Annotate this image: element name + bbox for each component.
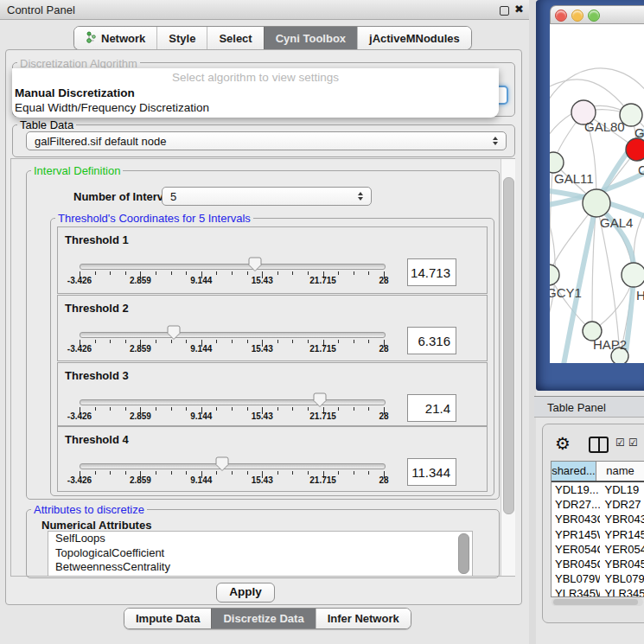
column-header-shared-name[interactable]: shared... <box>552 462 596 481</box>
table-row[interactable]: YBR043CYBR043C <box>552 512 644 526</box>
slider-tick <box>110 407 111 411</box>
network-node-label: GAL80 <box>584 119 625 134</box>
slider-tick <box>186 340 187 343</box>
slider-tick <box>125 340 126 343</box>
tab-cyni-toolbox-label: Cyni Toolbox <box>276 32 346 45</box>
tab-discretize-data[interactable]: Discretize Data <box>211 609 315 628</box>
panel-divider[interactable] <box>529 0 536 644</box>
slider-tick <box>292 271 293 275</box>
tab-network-label: Network <box>101 32 145 45</box>
tab-style[interactable]: Style <box>156 27 207 49</box>
table-row[interactable]: YLR345WYLR345W <box>552 586 644 597</box>
tab-jactivemnodules[interactable]: jActiveMNodules <box>357 27 471 49</box>
threshold-3-label: Threshold 3 <box>65 369 129 382</box>
network-node[interactable] <box>622 263 644 287</box>
tab-select-label: Select <box>219 32 252 45</box>
network-canvas[interactable]: GAL80GACGAL11GAL4GCY1HHAP2 <box>550 24 644 363</box>
horizontal-scrollbar-thumb[interactable] <box>553 599 638 605</box>
network-node-label: C <box>638 163 644 177</box>
network-node-label: H <box>636 288 644 303</box>
horizontal-scrollbar[interactable] <box>552 598 643 606</box>
vertical-scrollbar-thumb[interactable] <box>503 177 514 514</box>
slider-thumb[interactable] <box>215 456 229 475</box>
slider-track[interactable] <box>80 399 386 405</box>
slider-thumb[interactable] <box>248 257 262 276</box>
slider-tick <box>156 271 156 275</box>
dropdown-item-equal-width-frequency[interactable]: Equal Width/Frequency Discretization <box>12 100 499 115</box>
threshold-1-value-field[interactable]: 14.713 <box>407 258 456 286</box>
table-row[interactable]: YBR045CYBR045C <box>552 557 644 571</box>
tab-infer-network[interactable]: Infer Network <box>316 609 411 628</box>
gear-icon[interactable]: ⚙ <box>555 433 571 454</box>
slider-tick-label: -3.426 <box>67 276 92 285</box>
network-graph[interactable]: GAL80GACGAL11GAL4GCY1HHAP2 <box>550 24 644 363</box>
algorithm-dropdown-popup: Select algorithm to view settings Manual… <box>12 68 499 118</box>
table-row[interactable]: YDL19...YDL19 <box>552 482 644 497</box>
slider-tick <box>186 471 187 475</box>
apply-button[interactable]: Apply <box>216 583 275 603</box>
zoom-traffic-light[interactable] <box>588 10 600 22</box>
tab-select[interactable]: Select <box>207 27 263 49</box>
minimize-traffic-light[interactable] <box>571 10 583 22</box>
slider-tick <box>232 471 233 475</box>
column-chooser-icon[interactable] <box>589 437 609 453</box>
threshold-3-value-field[interactable]: 21.4 <box>407 394 456 422</box>
table-row[interactable]: YDR27...YDR27 <box>552 497 644 512</box>
slider-tick-label: 28 <box>379 411 388 421</box>
table-row[interactable]: YPR145WYPR145W <box>552 527 644 542</box>
attribute-list-item[interactable]: TopologicalCoefficient <box>48 546 472 561</box>
slider-tick <box>232 340 233 343</box>
slider-track[interactable] <box>80 332 386 338</box>
slider-tick <box>216 271 217 275</box>
cell-shared-name: YLR345W <box>552 587 600 597</box>
slider-thumb[interactable] <box>167 325 181 344</box>
slider-tick <box>247 407 248 411</box>
checkbox-icon-1[interactable]: ☑ <box>615 437 625 449</box>
threshold-1-label: Threshold 1 <box>65 233 129 246</box>
numerical-attributes-label: Numerical Attributes <box>41 519 151 532</box>
float-window-icon[interactable] <box>500 6 509 16</box>
slider-tick-label: 15.43 <box>252 276 273 285</box>
attribute-list-item[interactable]: BetweennessCentrality <box>48 560 472 575</box>
tab-network[interactable]: Network <box>74 27 156 49</box>
attributes-list-scrollbar[interactable] <box>458 533 469 574</box>
column-header-name[interactable]: name <box>596 462 644 481</box>
slider-tick <box>368 471 369 475</box>
slider-track[interactable] <box>80 463 386 469</box>
network-node[interactable] <box>550 152 564 173</box>
network-node-label: GCY1 <box>550 285 582 300</box>
slider-tick-label: 28 <box>379 276 388 285</box>
cell-name: YDL19 <box>600 483 644 496</box>
slider-track[interactable] <box>80 264 386 270</box>
network-node[interactable] <box>583 189 610 217</box>
numerical-attributes-list[interactable]: SelfLoopsTopologicalCoefficientBetweenne… <box>48 531 473 577</box>
slider-tick <box>308 271 309 275</box>
slider-tick <box>95 407 96 411</box>
close-traffic-light[interactable] <box>555 10 567 22</box>
table-row[interactable]: YER054CYER054C <box>552 542 644 557</box>
slider-tick <box>95 471 96 475</box>
tab-cyni-toolbox[interactable]: Cyni Toolbox <box>264 27 357 49</box>
table-panel-titlebar: Table Panel <box>534 396 644 418</box>
attribute-list-item[interactable]: SelfLoops <box>48 532 472 546</box>
dropdown-item-manual-discretization[interactable]: Manual Discretization <box>12 86 499 100</box>
slider-tick <box>308 340 309 343</box>
slider-tick <box>216 340 217 343</box>
tab-impute-data[interactable]: Impute Data <box>124 609 211 628</box>
network-node[interactable] <box>550 265 559 285</box>
vertical-scrollbar[interactable] <box>501 159 515 576</box>
slider-thumb[interactable] <box>313 392 327 411</box>
number-of-intervals-spinner[interactable]: 5 <box>162 187 372 206</box>
slider-tick <box>277 340 278 343</box>
slider-tick-label: 28 <box>379 475 388 485</box>
tab-discretize-data-label: Discretize Data <box>223 612 303 625</box>
slider-tick <box>338 271 339 275</box>
threshold-4-value-field[interactable]: 11.344 <box>407 458 456 486</box>
close-icon[interactable]: ✖ <box>514 3 524 16</box>
table-data-combobox[interactable]: galFiltered.sif default node <box>26 131 507 150</box>
checkbox-icon-2[interactable]: ☑ <box>628 437 638 449</box>
network-node[interactable] <box>626 138 644 161</box>
table-row[interactable]: YBL079WYBL079W <box>552 571 644 586</box>
threshold-2-value-field[interactable]: 6.316 <box>407 327 456 354</box>
slider-tick <box>247 471 248 475</box>
